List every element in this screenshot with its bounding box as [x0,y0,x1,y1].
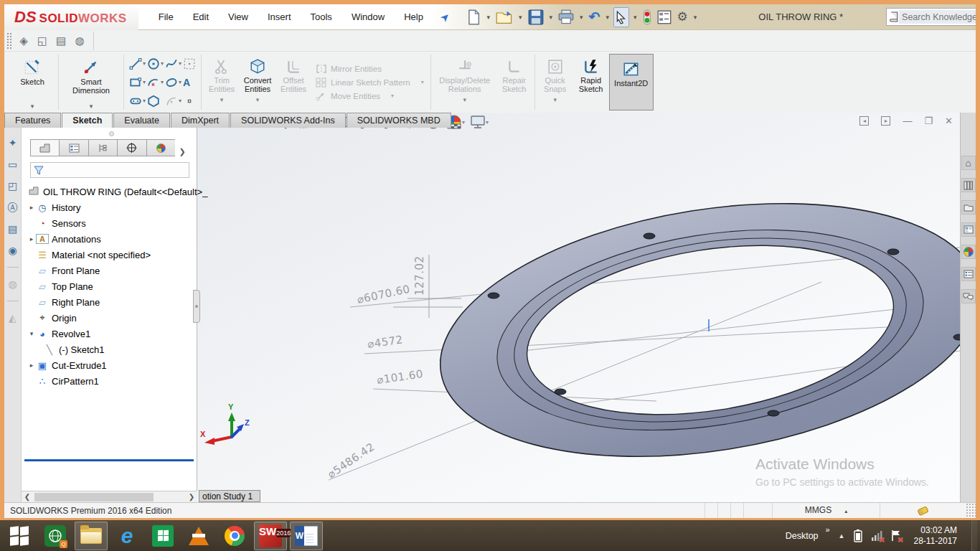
units-selector[interactable]: MMGS▴ [772,503,880,518]
rollback-bar[interactable] [24,459,194,461]
tab-dimxpert[interactable]: DimXpert [171,113,230,128]
expand-caret[interactable]: ▸ [27,204,36,211]
point-tool[interactable] [183,92,196,110]
toolbar-icon-b[interactable]: ◱ [33,32,52,50]
dimension-text[interactable]: 127.02 [413,256,426,296]
dimension-value-icon[interactable]: ◰ [8,181,17,191]
smart-dimension-caret[interactable]: ▾ [90,103,93,110]
options-caret[interactable]: ▾ [694,14,697,21]
taskbar-solidworks-icon[interactable]: SW2016 [254,522,287,550]
scrollbar-thumb[interactable] [34,493,154,501]
repair-sketch-button[interactable]: Repair Sketch [496,52,532,113]
collapse-pane-right-icon[interactable]: ▸ [881,116,890,126]
appearance-pair-icon[interactable]: ◉ [8,245,17,255]
taskbar-internet-explorer-icon[interactable]: e [110,522,143,550]
save-caret[interactable]: ▾ [550,14,553,21]
ellipse-tool[interactable]: ▾ [165,73,182,92]
rectangle-tool[interactable]: ▾ [129,73,146,92]
tab-evaluate[interactable]: Evaluate [113,113,170,128]
tab-motion-study[interactable]: otion Study 1 [199,490,260,502]
panel-resize-dot[interactable] [109,131,114,136]
slot-caret[interactable]: ▾ [143,98,146,104]
tree-item-cut-extrude1[interactable]: ▸ ▣ Cut-Extrude1 [22,357,195,373]
scrollbar-track[interactable] [33,493,186,501]
file-explorer-icon[interactable] [961,200,976,215]
taskbar-clock[interactable]: 03:02 AM 28-11-2017 [914,525,958,547]
smart-dimension-button[interactable]: Smart Dimension ▾ [61,52,121,113]
rebuild-traffic-light-icon[interactable] [641,7,653,27]
view-settings-button[interactable]: ▾ [470,115,489,129]
tab-feature-tree[interactable] [30,139,59,156]
tab-solidworks-mbd[interactable]: SOLIDWORKS MBD [347,113,451,128]
circle-tool[interactable]: ▾ [147,55,164,73]
doc-close-button[interactable]: ✕ [945,116,953,126]
instant2d-button[interactable]: Instant2D [609,54,654,110]
action-center-flag-icon[interactable]: ✕ [891,529,901,542]
apply-scene-caret[interactable]: ▾ [462,119,465,126]
menu-insert[interactable]: Insert [268,11,291,22]
network-icon[interactable]: ✕ [871,530,882,542]
tag-button[interactable] [880,503,966,518]
expand-caret[interactable]: ▾ [27,330,36,337]
show-hidden-icons-button[interactable]: ▲ [839,532,845,540]
polygon-tool[interactable] [147,92,164,110]
show-desktop-button[interactable] [971,520,977,551]
print-caret[interactable]: ▾ [580,14,583,21]
tab-sketch[interactable]: Sketch [62,113,113,128]
tree-item-right-plane[interactable]: ▱ Right Plane [22,294,195,310]
graphics-viewport[interactable]: 127.02 ⌀6070.60 ⌀4572 ⌀101.60 ⌀5486.42 [197,113,960,502]
sketch-quick-icon[interactable]: ✦ [9,138,17,148]
convert-caret[interactable]: ▾ [256,95,260,104]
taskbar-word-icon[interactable]: W [290,522,323,550]
selection-box-tool[interactable] [183,55,196,73]
view-settings-caret[interactable]: ▾ [486,119,489,126]
undo-caret[interactable]: ▾ [606,14,610,21]
linear-pattern-caret[interactable]: ▾ [421,79,424,85]
trim-caret[interactable]: ▾ [220,95,224,104]
design-library-icon[interactable] [961,178,976,192]
print-button[interactable] [557,7,575,27]
search-input[interactable] [899,10,976,24]
drawing-bracket-icon[interactable]: ◭ [9,313,17,323]
panel-tabs-overflow[interactable]: ❯ [175,147,189,156]
move-entities-caret[interactable]: ▾ [391,93,394,99]
battery-icon[interactable] [854,529,862,542]
collapse-pane-left-icon[interactable]: ◂ [859,116,869,126]
expand-caret[interactable]: ▸ [27,235,36,242]
quick-snaps-caret[interactable]: ▾ [553,95,557,104]
forum-icon[interactable] [961,289,976,303]
dimension-text[interactable]: ⌀5486.42 [325,440,377,481]
slot-tool[interactable]: ▾ [129,92,146,110]
file-properties-button[interactable] [656,7,673,27]
circle-caret[interactable]: ▾ [161,60,164,67]
tree-filter-box[interactable] [30,162,189,178]
dimension-text[interactable]: ⌀6070.60 [356,283,411,306]
display-delete-relations-button[interactable]: Display/Delete Relations ▾ [433,52,496,113]
appearances-scenes-icon[interactable] [961,245,976,259]
menu-help[interactable]: Help [404,11,423,22]
view-palette-icon[interactable] [961,222,976,237]
panel-splitter-handle[interactable] [193,290,200,323]
tab-features[interactable]: Features [4,113,61,128]
annotation-balloon-icon[interactable]: Ⓐ [8,202,18,212]
trim-entities-button[interactable]: Trim Entities ▾ [204,52,240,113]
new-caret[interactable]: ▾ [486,14,490,21]
menu-tools[interactable]: Tools [311,11,332,22]
tab-solidworks-add-ins[interactable]: SOLIDWORKS Add-Ins [230,113,346,128]
sketch-caret[interactable]: ▾ [31,103,34,110]
tree-item-sketch1[interactable]: ╲ (-) Sketch1 [22,342,195,357]
doc-restore-button[interactable]: ❐ [924,116,933,126]
tree-root[interactable]: OIL THROW RING (Default<<Default>_ [22,184,195,199]
open-button[interactable] [494,7,514,27]
sketch-button[interactable]: Sketch ▾ [9,52,56,113]
mirror-entities-button[interactable]: Mirror Entities [316,64,424,74]
doc-minimize-button[interactable]: — [903,116,912,126]
menu-window[interactable]: Window [352,11,385,22]
ellipse-caret[interactable]: ▾ [179,79,182,85]
tab-configuration-manager[interactable] [88,139,117,156]
toolbar-icon-d[interactable]: ◍ [70,32,89,50]
desktop-toolbar[interactable]: Desktop» [786,531,830,541]
toolbar-grip[interactable] [6,32,11,50]
custom-properties-icon[interactable] [961,267,976,281]
linear-sketch-pattern-button[interactable]: Linear Sketch Pattern ▾ [316,77,424,88]
